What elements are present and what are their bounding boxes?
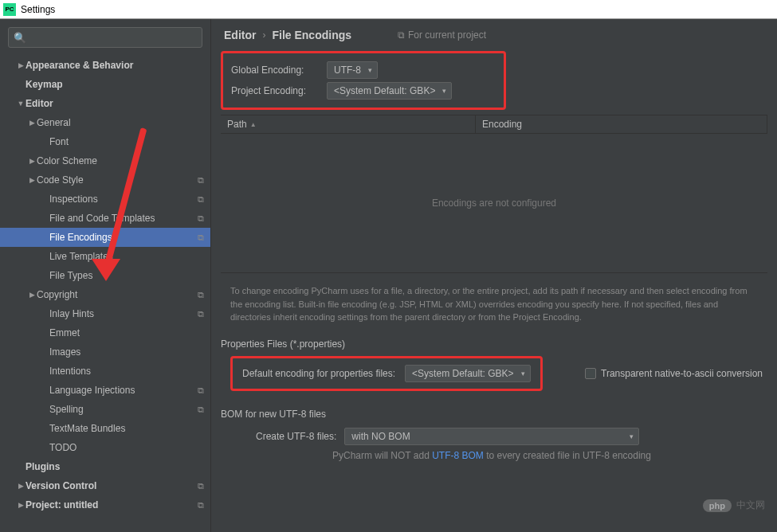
watermark-text: 中文网 (736, 499, 765, 512)
tree-item-images[interactable]: Images (0, 342, 210, 362)
search-icon: 🔍 (14, 32, 26, 44)
copy-icon: ⧉ (198, 385, 204, 396)
tree-item-label: Keymap (26, 79, 204, 90)
tree-item-label: General (37, 117, 204, 128)
copy-icon: ⧉ (198, 290, 204, 300)
expand-icon: ▶ (27, 119, 37, 127)
tree-item-todo[interactable]: TODO (0, 438, 210, 457)
expand-icon: ▶ (27, 157, 37, 165)
properties-highlight: Default encoding for properties files: <… (230, 356, 543, 391)
tree-item-label: Project: untitled (26, 499, 198, 510)
tree-item-live-templates[interactable]: Live Templates (0, 247, 210, 266)
create-utf8-dropdown[interactable]: with NO BOM (344, 428, 639, 445)
tree-item-label: File Types (49, 270, 204, 281)
tree-item-label: Emmet (49, 327, 204, 338)
expand-icon: ▶ (16, 501, 26, 509)
tree-item-label: Appearance & Behavior (26, 60, 204, 71)
settings-content: Editor › File Encodings ⧉ For current pr… (211, 19, 777, 532)
copy-icon: ⧉ (198, 309, 204, 319)
expand-icon: ▶ (27, 176, 37, 184)
tree-item-label: Intentions (49, 366, 204, 377)
tree-item-label: Spelling (49, 404, 198, 415)
watermark: php 中文网 (703, 499, 765, 512)
bom-note: PyCharm will NOT add UTF-8 BOM to every … (332, 450, 767, 461)
app-icon: PC (3, 3, 16, 16)
global-encoding-label: Global Encoding: (231, 65, 327, 76)
properties-encoding-dropdown[interactable]: <System Default: GBK> (405, 365, 530, 382)
tree-item-editor[interactable]: ▼Editor (0, 94, 210, 113)
tree-item-file-and-code-templates[interactable]: File and Code Templates⧉ (0, 209, 210, 228)
tree-item-intentions[interactable]: Intentions (0, 362, 210, 381)
tree-item-project-untitled[interactable]: ▶Project: untitled⧉ (0, 495, 210, 514)
tree-item-label: TextMate Bundles (49, 423, 204, 434)
tree-item-label: Language Injections (49, 385, 198, 396)
tree-item-label: Live Templates (49, 251, 204, 262)
tree-item-general[interactable]: ▶General (0, 113, 210, 132)
expand-icon: ▶ (16, 61, 26, 69)
tree-item-color-scheme[interactable]: ▶Color Scheme (0, 151, 210, 170)
tree-item-font[interactable]: Font (0, 132, 210, 151)
tree-item-file-encodings[interactable]: File Encodings⧉ (0, 228, 210, 247)
copy-icon: ⧉ (198, 194, 204, 205)
encoding-table-header: Path ▲ Encoding (221, 115, 767, 134)
breadcrumb: Editor › File Encodings ⧉ For current pr… (211, 19, 777, 51)
encoding-highlight: Global Encoding: UTF-8 Project Encoding:… (221, 51, 506, 110)
breadcrumb-sub: File Encodings (272, 29, 351, 41)
tree-item-label: File Encodings (49, 232, 198, 243)
settings-tree: ▶Appearance & BehaviorKeymap▼Editor▶Gene… (0, 56, 210, 532)
tree-item-label: Editor (26, 98, 204, 109)
tree-item-label: Font (49, 136, 204, 147)
chevron-right-icon: › (262, 29, 265, 41)
tree-item-plugins[interactable]: Plugins (0, 457, 210, 476)
info-text: To change encoding PyCharm uses for a fi… (230, 284, 758, 324)
tree-item-file-types[interactable]: File Types (0, 266, 210, 285)
copy-icon: ⧉ (198, 500, 204, 510)
tree-item-label: Copyright (37, 289, 198, 300)
tree-item-label: Code Style (37, 174, 198, 186)
expand-icon: ▶ (16, 482, 26, 490)
tree-item-label: TODO (49, 442, 204, 453)
sort-asc-icon: ▲ (250, 121, 257, 128)
tree-item-label: File and Code Templates (49, 213, 198, 224)
copy-icon: ⧉ (198, 213, 204, 224)
create-utf8-label: Create UTF-8 files: (256, 431, 336, 442)
column-encoding[interactable]: Encoding (476, 115, 767, 133)
window-title: Settings (21, 4, 55, 15)
tree-item-inspections[interactable]: Inspections⧉ (0, 190, 210, 209)
project-encoding-label: Project Encoding: (231, 85, 327, 96)
tree-item-version-control[interactable]: ▶Version Control⧉ (0, 476, 210, 495)
for-current-project: ⧉ For current project (398, 29, 486, 41)
tree-item-copyright[interactable]: ▶Copyright⧉ (0, 285, 210, 304)
copy-icon: ⧉ (198, 481, 204, 491)
tree-item-label: Color Scheme (37, 155, 204, 166)
tree-item-keymap[interactable]: Keymap (0, 75, 210, 94)
tree-item-label: Inlay Hints (49, 308, 198, 319)
tree-item-language-injections[interactable]: Language Injections⧉ (0, 381, 210, 400)
tree-item-textmate-bundles[interactable]: TextMate Bundles (0, 419, 210, 438)
tree-item-emmet[interactable]: Emmet (0, 323, 210, 342)
tree-item-label: Images (49, 346, 204, 358)
expand-icon: ▶ (27, 291, 37, 299)
tree-item-code-style[interactable]: ▶Code Style⧉ (0, 170, 210, 190)
tree-item-inlay-hints[interactable]: Inlay Hints⧉ (0, 304, 210, 323)
column-path[interactable]: Path ▲ (221, 115, 476, 133)
copy-icon: ⧉ (198, 175, 204, 186)
watermark-badge: php (703, 499, 732, 512)
tree-item-appearance-behavior[interactable]: ▶Appearance & Behavior (0, 56, 210, 75)
transparent-conversion-checkbox[interactable] (585, 368, 596, 379)
tree-item-label: Version Control (26, 480, 198, 491)
properties-section-title: Properties Files (*.properties) (221, 338, 767, 350)
tree-item-label: Inspections (49, 194, 198, 205)
encoding-table-body: Encodings are not configured (221, 134, 767, 273)
tree-item-spelling[interactable]: Spelling⧉ (0, 400, 210, 419)
utf8-bom-link[interactable]: UTF-8 BOM (432, 450, 484, 461)
search-input[interactable]: 🔍 (8, 27, 202, 48)
empty-state-text: Encodings are not configured (432, 198, 556, 209)
tree-item-label: Plugins (26, 461, 204, 472)
project-encoding-dropdown[interactable]: <System Default: GBK> (327, 82, 452, 100)
copy-icon: ⧉ (398, 29, 405, 41)
properties-encoding-label: Default encoding for properties files: (242, 368, 395, 379)
window-titlebar: PC Settings (0, 0, 777, 19)
copy-icon: ⧉ (198, 405, 204, 415)
global-encoding-dropdown[interactable]: UTF-8 (327, 61, 378, 79)
